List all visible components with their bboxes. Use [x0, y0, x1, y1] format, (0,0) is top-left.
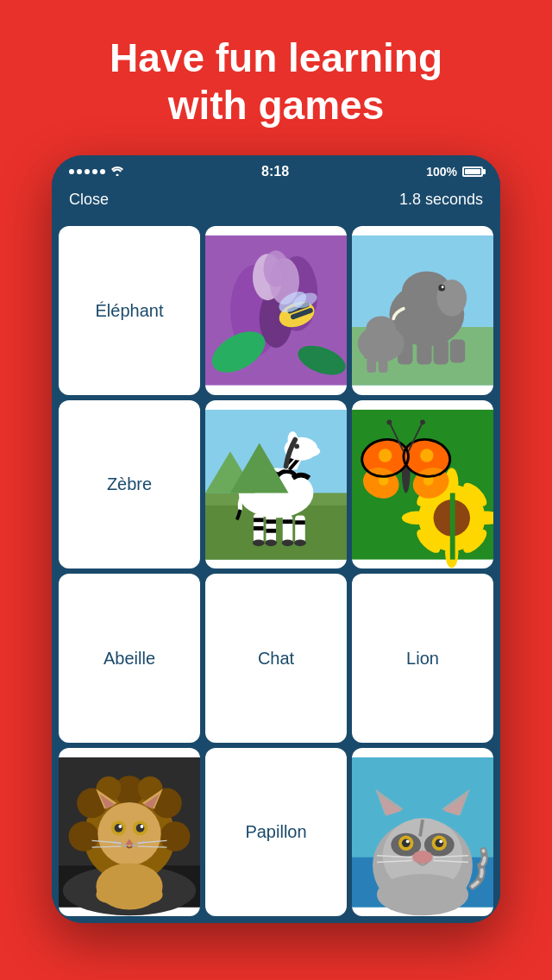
- svg-point-59: [402, 511, 432, 524]
- svg-rect-79: [450, 551, 455, 560]
- papillon-text-card[interactable]: Papillon: [205, 748, 347, 917]
- svg-point-115: [96, 886, 121, 902]
- phone-mockup: 8:18 100% Close 1.8 seconds Éléphant: [52, 155, 500, 923]
- wifi-icon: [110, 166, 124, 179]
- svg-rect-43: [254, 518, 264, 522]
- svg-point-52: [294, 539, 306, 546]
- raccoon-image: [352, 748, 493, 917]
- nav-bar: Close 1.8 seconds: [52, 184, 500, 219]
- papillon-label: Papillon: [245, 822, 306, 842]
- butterfly-image-card[interactable]: [352, 400, 493, 569]
- page-header: Have fun learning with games: [58, 0, 494, 155]
- bee-image: [205, 226, 347, 395]
- raccoon-image-card[interactable]: [352, 748, 493, 917]
- svg-point-36: [304, 446, 320, 456]
- svg-rect-41: [283, 515, 293, 543]
- svg-point-51: [282, 539, 294, 546]
- svg-point-99: [115, 824, 123, 832]
- svg-point-71: [379, 449, 392, 462]
- svg-rect-23: [434, 340, 448, 365]
- svg-point-130: [435, 839, 443, 847]
- svg-point-102: [141, 825, 144, 828]
- header-line2: with games: [168, 83, 385, 128]
- battery-icon: [462, 166, 483, 177]
- lion-image: [59, 748, 200, 917]
- svg-point-131: [406, 839, 410, 843]
- zebra-text-card[interactable]: Zèbre: [59, 400, 200, 569]
- elephant-label: Éléphant: [96, 301, 164, 321]
- status-bar: 8:18 100%: [52, 155, 500, 184]
- svg-point-116: [138, 886, 163, 902]
- zebra-image-card[interactable]: [205, 400, 347, 569]
- battery-percentage: 100%: [426, 165, 457, 179]
- svg-point-92: [97, 802, 160, 865]
- dot-4: [92, 169, 97, 174]
- svg-point-106: [123, 844, 127, 847]
- svg-rect-45: [266, 519, 276, 524]
- svg-point-100: [136, 824, 145, 832]
- battery-area: 100%: [426, 165, 483, 179]
- dot-1: [69, 169, 74, 174]
- svg-rect-44: [254, 526, 264, 531]
- svg-point-72: [420, 449, 433, 462]
- abeille-text-card[interactable]: Abeille: [59, 574, 200, 743]
- abeille-label: Abeille: [104, 649, 155, 669]
- battery-fill: [465, 169, 480, 174]
- chat-label: Chat: [258, 649, 294, 669]
- svg-rect-40: [266, 513, 276, 543]
- timer-display: 1.8 seconds: [399, 191, 483, 209]
- chat-text-card[interactable]: Chat: [205, 574, 347, 743]
- signal-area: [69, 166, 124, 179]
- svg-point-77: [387, 419, 392, 424]
- svg-rect-27: [367, 358, 376, 373]
- svg-point-139: [377, 874, 468, 915]
- zebra-label: Zèbre: [107, 474, 152, 494]
- zebra-image: [205, 400, 347, 569]
- svg-line-111: [92, 846, 122, 847]
- svg-rect-24: [450, 340, 465, 363]
- svg-rect-42: [295, 515, 305, 543]
- elephant-image: [352, 226, 493, 395]
- svg-line-113: [138, 846, 167, 847]
- svg-point-20: [442, 286, 444, 289]
- dot-2: [77, 169, 82, 174]
- svg-point-78: [420, 419, 425, 424]
- lion-label: Lion: [406, 649, 439, 669]
- svg-point-129: [402, 839, 411, 847]
- bee-image-card[interactable]: [205, 226, 347, 395]
- butterfly-image: [352, 400, 493, 569]
- elephant-text-card[interactable]: Éléphant: [59, 226, 200, 395]
- svg-point-49: [253, 539, 265, 546]
- lion-text-card[interactable]: Lion: [352, 574, 493, 743]
- svg-rect-46: [266, 529, 276, 533]
- svg-rect-47: [283, 519, 293, 524]
- svg-point-50: [265, 539, 277, 546]
- dot-5: [100, 169, 105, 174]
- svg-point-6: [264, 251, 289, 287]
- status-time: 8:18: [261, 164, 289, 179]
- lion-image-card[interactable]: [59, 748, 200, 917]
- header-line1: Have fun learning: [110, 35, 442, 80]
- elephant-image-card[interactable]: [352, 226, 493, 395]
- svg-rect-22: [417, 340, 431, 365]
- close-button[interactable]: Close: [69, 191, 109, 209]
- dot-3: [85, 169, 90, 174]
- svg-point-101: [118, 825, 122, 828]
- game-grid: Éléphant: [52, 219, 500, 923]
- svg-point-132: [439, 839, 442, 843]
- svg-rect-48: [295, 520, 305, 525]
- svg-rect-28: [379, 358, 388, 373]
- signal-dots: [69, 169, 105, 174]
- svg-point-109: [132, 844, 135, 847]
